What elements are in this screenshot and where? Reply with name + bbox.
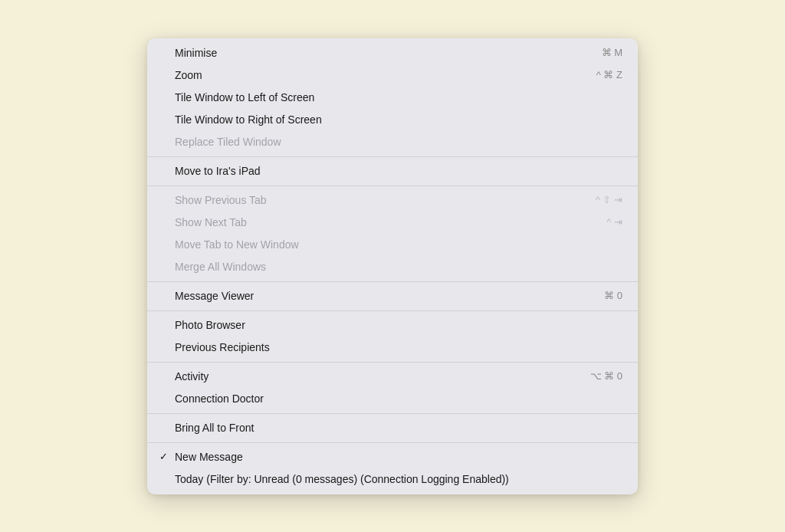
menu-item-label-photo-browser: Photo Browser	[175, 317, 622, 333]
menu-separator	[147, 186, 638, 186]
menu-separator	[147, 442, 638, 443]
menu-item-label-new-message: New Message	[175, 449, 622, 465]
menu-item-shortcut-show-next-tab: ^ ⇥	[606, 215, 622, 230]
menu-item-label-merge-windows: Merge All Windows	[175, 259, 622, 275]
menu-item-activity[interactable]: Activity⌥ ⌘ 0	[147, 366, 638, 388]
menu-item-message-viewer[interactable]: Message Viewer⌘ 0	[147, 285, 638, 307]
menu-item-label-replace-tiled: Replace Tiled Window	[175, 134, 622, 150]
menu-item-label-connection-doctor: Connection Doctor	[175, 391, 622, 407]
menu-item-today-filter[interactable]: Today (Filter by: Unread (0 messages) (C…	[147, 468, 638, 491]
menu-item-merge-windows: Merge All Windows	[147, 256, 638, 278]
menu-item-label-tile-right: Tile Window to Right of Screen	[175, 112, 622, 128]
menu-item-label-message-viewer: Message Viewer	[175, 288, 573, 304]
checkmark-new-message: ✓	[159, 449, 173, 465]
menu-item-tile-left[interactable]: Tile Window to Left of Screen	[147, 87, 638, 109]
menu-item-shortcut-message-viewer: ⌘ 0	[604, 288, 622, 304]
menu-separator	[147, 310, 638, 311]
menu-item-shortcut-show-prev-tab: ^ ⇧ ⇥	[596, 192, 622, 208]
menu-item-bring-all-front[interactable]: Bring All to Front	[147, 417, 638, 439]
menu-item-label-zoom: Zoom	[175, 67, 566, 84]
menu-item-label-move-tab-window: Move Tab to New Window	[175, 237, 622, 253]
menu-item-label-bring-all-front: Bring All to Front	[175, 420, 622, 436]
menu-item-label-previous-recipients: Previous Recipients	[175, 340, 622, 356]
menu-item-minimise[interactable]: Minimise⌘ M	[147, 42, 638, 64]
menu-item-label-move-ipad: Move to Ira's iPad	[175, 163, 622, 179]
menu-separator	[147, 156, 638, 157]
menu-item-label-minimise: Minimise	[175, 45, 571, 61]
menu-item-label-show-next-tab: Show Next Tab	[175, 215, 576, 231]
menu-item-previous-recipients[interactable]: Previous Recipients	[147, 337, 638, 359]
menu-item-move-tab-window: Move Tab to New Window	[147, 234, 638, 256]
menu-item-replace-tiled: Replace Tiled Window	[147, 131, 638, 153]
menu-separator	[147, 362, 638, 363]
menu-item-move-ipad[interactable]: Move to Ira's iPad	[147, 160, 638, 182]
menu-item-label-activity: Activity	[175, 369, 560, 385]
menu-separator	[147, 413, 638, 414]
menu-item-new-message[interactable]: ✓New Message	[147, 446, 638, 468]
menu-item-label-show-prev-tab: Show Previous Tab	[175, 192, 565, 209]
menu-item-show-prev-tab: Show Previous Tab^ ⇧ ⇥	[147, 189, 638, 212]
menu-item-shortcut-minimise: ⌘ M	[602, 45, 622, 61]
menu-item-tile-right[interactable]: Tile Window to Right of Screen	[147, 109, 638, 131]
menu-item-shortcut-zoom: ^ ⌘ Z	[596, 67, 622, 83]
context-menu: Minimise⌘ MZoom^ ⌘ ZTile Window to Left …	[147, 38, 638, 494]
menu-item-label-tile-left: Tile Window to Left of Screen	[175, 90, 622, 106]
menu-item-shortcut-activity: ⌥ ⌘ 0	[590, 369, 622, 384]
menu-item-label-today-filter: Today (Filter by: Unread (0 messages) (C…	[175, 471, 622, 488]
menu-item-zoom[interactable]: Zoom^ ⌘ Z	[147, 64, 638, 87]
menu-item-show-next-tab: Show Next Tab^ ⇥	[147, 212, 638, 234]
menu-separator	[147, 281, 638, 282]
menu-item-photo-browser[interactable]: Photo Browser	[147, 314, 638, 337]
menu-item-connection-doctor[interactable]: Connection Doctor	[147, 388, 638, 410]
